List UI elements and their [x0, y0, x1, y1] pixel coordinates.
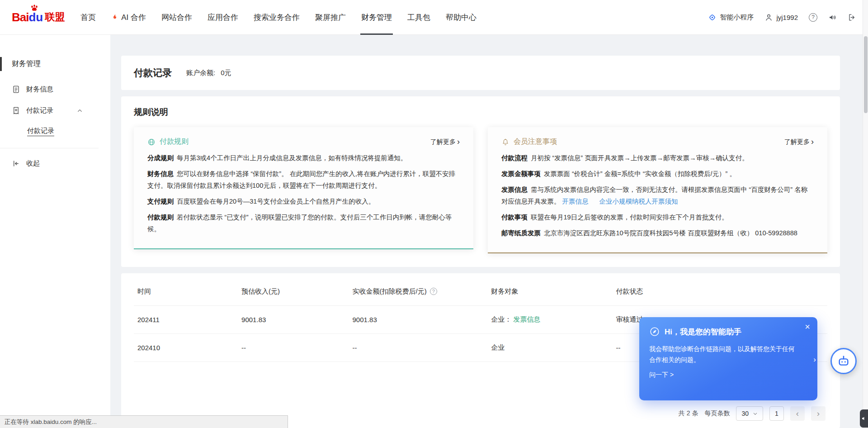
- next-page-button[interactable]: ›: [811, 406, 826, 421]
- balance-label: 账户余额:: [186, 69, 215, 77]
- speaker-widget-icon: [861, 416, 867, 421]
- rule-item: 财务信息您可以在财务信息中选择 “保留付款”。 在此期间您产生的收入,将在账户内…: [147, 168, 460, 191]
- cell-time: 202411: [134, 305, 238, 333]
- cell-finance-object: 企业：发票信息: [487, 305, 612, 333]
- floating-side-widget[interactable]: [860, 409, 868, 428]
- compass-icon: [649, 326, 660, 337]
- bell-icon: [501, 138, 509, 146]
- browser-status-bar: 正在等待 xlab.baidu.com 的响应...: [0, 415, 288, 428]
- miniprogram-icon: [708, 13, 717, 22]
- small-taxpayer-guide-link[interactable]: 企业小规模纳税人开票须知: [599, 198, 678, 205]
- scrollbar-thumb[interactable]: [864, 36, 868, 113]
- baidu-union-logo[interactable]: Bai du 联盟: [12, 10, 65, 24]
- assistant-popup: Hi，我是您的智能助手 × 我会帮助您诊断合作链路问题，以及解答您关于任何合作相…: [639, 317, 817, 400]
- help-icon[interactable]: ?: [430, 288, 437, 295]
- column-header-time: 时间: [134, 278, 238, 306]
- page-header-card: 付款记录 账户余额: 0元: [121, 56, 840, 90]
- smart-miniprogram-link[interactable]: 智能小程序: [708, 13, 754, 22]
- chevron-down-icon: [753, 411, 758, 416]
- learn-more-member-link[interactable]: 了解更多 ›: [784, 138, 814, 147]
- total-count: 共 2 条: [679, 409, 698, 418]
- close-icon[interactable]: ×: [805, 322, 810, 331]
- rule-item: 付款流程月初按 “发票信息” 页面开具发票→上传发票→邮寄发票→审核→确认支付。: [501, 152, 814, 164]
- invoice-info-link[interactable]: 开票信息: [562, 198, 589, 205]
- popup-expand-icon[interactable]: ›: [813, 355, 816, 364]
- column-header-payment-status: 付款状态: [612, 278, 827, 306]
- rule-item: 分成规则每月第3或4个工作日产出上月分成信息及发票信息，如有特殊情况将提前通知。: [147, 152, 460, 164]
- rule-item: 支付规则百度联盟会在每月20号—31号支付企业会员上个自然月产生的收入。: [147, 195, 460, 207]
- rule-item: 发票金额事项发票票面 “价税合计” 金额=系统中 “实收金额（扣除税费后/元）”…: [501, 168, 814, 180]
- cell-time: 202410: [134, 333, 238, 361]
- main-navigation: 首页 AI 合作 网站合作 应用合作 搜索业务合作 聚屏推广 财务管理 工具包 …: [73, 0, 484, 34]
- chevron-right-icon: ›: [811, 138, 814, 147]
- nav-item-home[interactable]: 首页: [73, 0, 104, 34]
- nav-item-toolkit[interactable]: 工具包: [400, 0, 438, 34]
- page-size-label: 每页条数: [704, 409, 730, 418]
- document-icon: [12, 85, 20, 94]
- column-header-estimated: 预估收入(元): [238, 278, 349, 306]
- member-notes-card: 会员注意事项 了解更多 › 付款流程月初按 “发票信息” 页面开具发票→上传发票…: [488, 127, 827, 253]
- chevron-right-icon: ›: [457, 138, 460, 147]
- nav-item-app-cooperation[interactable]: 应用合作: [200, 0, 246, 34]
- sidebar-item-finance-info[interactable]: 财务信息: [0, 79, 110, 100]
- sidebar-section-finance-management[interactable]: 财务管理: [0, 55, 110, 73]
- sound-icon[interactable]: [828, 13, 837, 22]
- nav-item-help-center[interactable]: 帮助中心: [438, 0, 484, 34]
- assistant-message: 我会帮助您诊断合作链路问题，以及解答您关于任何合作相关的问题。: [649, 344, 801, 366]
- member-notes-title: 会员注意事项: [514, 137, 557, 147]
- chevron-up-icon: [76, 107, 83, 114]
- scrollbar[interactable]: [863, 0, 868, 428]
- nav-item-ai-cooperation[interactable]: AI 合作: [104, 0, 154, 34]
- rule-item: 发票信息需与系统内发票信息内容完全一致，否则无法支付。请根据发票信息页面中 “百…: [501, 184, 814, 207]
- learn-more-payment-link[interactable]: 了解更多 ›: [430, 138, 460, 147]
- logout-icon[interactable]: [848, 13, 856, 22]
- page-size-select[interactable]: 30: [736, 406, 763, 421]
- payment-rules-title: 付款规则: [160, 137, 189, 147]
- assistant-fab-button[interactable]: [830, 348, 857, 374]
- invoice-info-link[interactable]: 发票信息: [513, 315, 540, 323]
- assistant-title: Hi，我是您的智能助手: [665, 327, 741, 337]
- table-header-row: 时间 预估收入(元) 实收金额(扣除税费后/元)? 财务对象 付款状态: [134, 278, 827, 306]
- help-circle-icon[interactable]: ?: [809, 13, 817, 22]
- sidebar-divider: [0, 148, 99, 148]
- payment-rules-card: 付款规则 了解更多 › 分成规则每月第3或4个工作日产出上月分成信息及发票信息，…: [134, 127, 473, 249]
- page-title: 付款记录: [134, 67, 172, 79]
- username: jyj1992: [776, 14, 798, 21]
- globe-icon: [147, 138, 156, 146]
- sidebar: 财务管理 财务信息 付款记录 付款记录 收起: [0, 35, 110, 428]
- sidebar-subitem-payment-records[interactable]: 付款记录: [0, 121, 110, 141]
- prev-page-button[interactable]: ‹: [790, 406, 805, 421]
- logo-text-bai: Bai: [12, 10, 28, 24]
- user-account[interactable]: jyj1992: [764, 13, 798, 22]
- cell-finance-object: 企业: [487, 333, 612, 361]
- sidebar-item-payment-records[interactable]: 付款记录: [0, 100, 110, 121]
- top-navigation-bar: Bai du 联盟 首页 AI 合作 网站合作 应用合作 搜索业务合作 聚屏推广…: [0, 0, 868, 35]
- page-number[interactable]: 1: [769, 406, 784, 421]
- robot-icon: [836, 354, 851, 368]
- flame-icon: [111, 14, 118, 21]
- column-header-finance-object: 财务对象: [487, 278, 612, 306]
- receipt-icon: [12, 106, 20, 115]
- column-header-actual: 实收金额(扣除税费后/元)?: [349, 278, 488, 306]
- cell-actual: --: [349, 333, 488, 361]
- sidebar-collapse-button[interactable]: 收起: [0, 153, 110, 174]
- rules-section-title: 规则说明: [134, 106, 827, 118]
- user-icon: [764, 13, 773, 22]
- collapse-icon: [12, 159, 20, 168]
- topnav-right-tools: 智能小程序 jyj1992 ?: [708, 13, 856, 22]
- account-balance: 账户余额: 0元: [186, 69, 231, 77]
- cell-estimated: --: [238, 333, 349, 361]
- baidu-paw-icon: [30, 4, 39, 13]
- nav-item-screen-promotion[interactable]: 聚屏推广: [307, 0, 354, 34]
- nav-item-search-business[interactable]: 搜索业务合作: [246, 0, 307, 34]
- rules-section: 规则说明 付款规则 了解更多 › 分成规则每月第3或4个工作日产出上月分成信息及…: [121, 96, 840, 267]
- rule-item: 付款事项联盟在每月19日之后签收的发票，付款时间安排在下个月首批支付。: [501, 211, 814, 223]
- nav-item-website-cooperation[interactable]: 网站合作: [154, 0, 200, 34]
- logo-text-union: 联盟: [45, 10, 65, 24]
- cell-estimated: 9001.83: [238, 305, 349, 333]
- ask-button[interactable]: 问一下 >: [649, 371, 807, 379]
- nav-item-finance-management[interactable]: 财务管理: [354, 0, 400, 34]
- cell-actual: 9001.83: [349, 305, 488, 333]
- balance-value: 0元: [221, 69, 231, 77]
- rule-item: 邮寄纸质发票北京市海淀区西北旺东路10号院百度科技园5号楼 百度联盟财务组（收）…: [501, 227, 814, 239]
